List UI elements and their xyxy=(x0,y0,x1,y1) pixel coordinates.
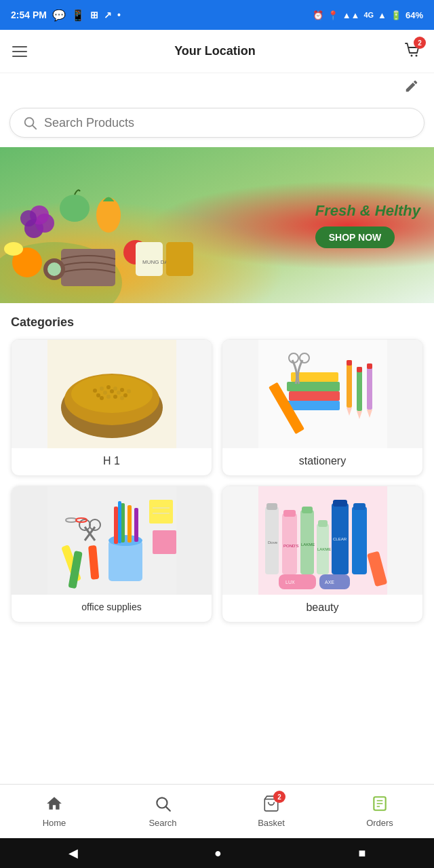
svg-point-29 xyxy=(127,389,131,393)
banner-tagline: Fresh & Helthy xyxy=(315,202,420,220)
back-button[interactable]: ◀ xyxy=(68,846,78,861)
svg-text:AXE: AXE xyxy=(325,580,334,585)
location-icon: 📍 xyxy=(328,10,338,20)
alarm-icon: ⏰ xyxy=(313,10,323,20)
svg-rect-91 xyxy=(352,507,367,574)
network-4g: 4G xyxy=(363,11,374,19)
whatsapp-icon: 📱 xyxy=(71,9,85,22)
category-card-stationery[interactable]: stationery xyxy=(222,339,423,476)
category-img-beauty: Dove POND'S LAKME LAKME CLEA xyxy=(222,486,422,595)
svg-point-37 xyxy=(113,395,117,399)
svg-point-26 xyxy=(106,385,111,389)
svg-rect-89 xyxy=(333,500,347,507)
orders-icon-wrap xyxy=(371,795,389,815)
svg-rect-44 xyxy=(347,360,352,408)
orders-icon xyxy=(371,795,389,812)
svg-rect-95 xyxy=(319,574,350,589)
category-card-office[interactable]: office supplies xyxy=(11,486,212,623)
edit-button[interactable] xyxy=(401,76,422,98)
svg-point-1 xyxy=(416,55,418,57)
basket-badge: 2 xyxy=(273,791,285,803)
nav-orders[interactable]: Orders xyxy=(326,795,434,828)
svg-point-9 xyxy=(20,210,37,226)
svg-point-38 xyxy=(120,396,124,400)
svg-rect-19 xyxy=(166,242,193,276)
search-input[interactable] xyxy=(44,116,412,130)
svg-text:LUX: LUX xyxy=(285,580,295,585)
svg-rect-46 xyxy=(347,360,352,366)
hamburger-menu[interactable] xyxy=(12,46,27,57)
search-nav-label: Search xyxy=(149,818,176,828)
cart-badge: 2 xyxy=(414,37,426,49)
svg-line-3 xyxy=(33,125,36,129)
svg-point-10 xyxy=(60,195,90,222)
svg-text:POND'S: POND'S xyxy=(283,544,298,548)
svg-rect-5 xyxy=(61,249,115,286)
svg-rect-92 xyxy=(353,503,366,510)
svg-rect-52 xyxy=(367,363,372,369)
svg-point-0 xyxy=(411,55,413,57)
home-icon xyxy=(45,795,63,812)
svg-line-99 xyxy=(166,807,170,811)
nav-home[interactable]: Home xyxy=(0,795,108,828)
nav-basket[interactable]: 2 Basket xyxy=(217,795,326,828)
orders-label: Orders xyxy=(366,818,393,828)
svg-point-27 xyxy=(113,387,117,391)
category-card-h1[interactable]: H 1 xyxy=(11,339,212,476)
signal-icon: ▲▲ xyxy=(342,10,360,20)
svg-rect-42 xyxy=(287,382,340,391)
promo-banner: MUNG DAL Fresh & Helthy SHOP NOW xyxy=(0,147,434,303)
svg-rect-41 xyxy=(289,391,340,401)
edit-icon xyxy=(404,79,419,94)
category-card-beauty[interactable]: Dove POND'S LAKME LAKME CLEA xyxy=(222,486,423,623)
svg-rect-40 xyxy=(285,401,340,410)
bottom-nav: Home Search 2 Basket xyxy=(0,784,434,838)
search-nav-icon xyxy=(154,795,172,812)
svg-point-35 xyxy=(100,396,104,400)
basket-label: Basket xyxy=(258,818,285,828)
svg-point-23 xyxy=(71,375,153,413)
cart-button[interactable]: 2 xyxy=(403,41,422,62)
svg-point-25 xyxy=(100,387,104,391)
svg-point-11 xyxy=(96,197,121,233)
svg-rect-61 xyxy=(127,505,132,542)
svg-point-30 xyxy=(96,393,100,397)
search-icon xyxy=(22,115,37,130)
recent-apps-button[interactable]: ■ xyxy=(358,846,366,861)
battery-percent: 64% xyxy=(406,10,423,20)
basket-icon-wrap: 2 xyxy=(262,795,280,815)
categories-section: Categories xyxy=(0,315,434,690)
svg-rect-50 xyxy=(367,363,372,410)
search-icon-wrap xyxy=(154,795,172,815)
category-label-office: office supplies xyxy=(12,595,212,620)
svg-rect-86 xyxy=(318,520,328,527)
android-home-button[interactable]: ● xyxy=(214,846,222,861)
svg-point-34 xyxy=(123,393,127,397)
search-bar-container xyxy=(0,101,434,147)
svg-text:LAKME: LAKME xyxy=(301,542,315,547)
svg-rect-71 xyxy=(149,500,173,524)
svg-text:CLEAR: CLEAR xyxy=(333,537,347,541)
categories-grid: H 1 xyxy=(11,339,423,623)
shop-now-button[interactable]: SHOP NOW xyxy=(315,226,395,248)
home-icon-wrap xyxy=(45,795,63,815)
svg-rect-77 xyxy=(267,503,277,510)
category-label-beauty: beauty xyxy=(222,595,422,622)
svg-rect-83 xyxy=(302,507,313,513)
svg-rect-62 xyxy=(134,508,138,542)
svg-rect-57 xyxy=(108,540,142,581)
edit-row xyxy=(0,73,434,101)
battery-icon: 🔋 xyxy=(391,10,401,20)
nav-search[interactable]: Search xyxy=(108,795,217,828)
dot-icon: • xyxy=(117,9,121,20)
svg-point-32 xyxy=(110,389,114,393)
categories-title: Categories xyxy=(11,315,423,330)
status-bar: 2:54 PM 💬 📱 ⊞ ↗ • ⏰ 📍 ▲▲ 4G ▲ 🔋 64% xyxy=(0,0,434,30)
message-icon: 💬 xyxy=(52,9,66,22)
category-img-stationery xyxy=(222,340,422,448)
svg-rect-59 xyxy=(114,507,118,544)
grid-icon: ⊞ xyxy=(90,9,98,20)
category-img-office xyxy=(12,486,212,595)
svg-text:Dove: Dove xyxy=(268,540,278,545)
android-nav-bar: ◀ ● ■ xyxy=(0,838,434,868)
